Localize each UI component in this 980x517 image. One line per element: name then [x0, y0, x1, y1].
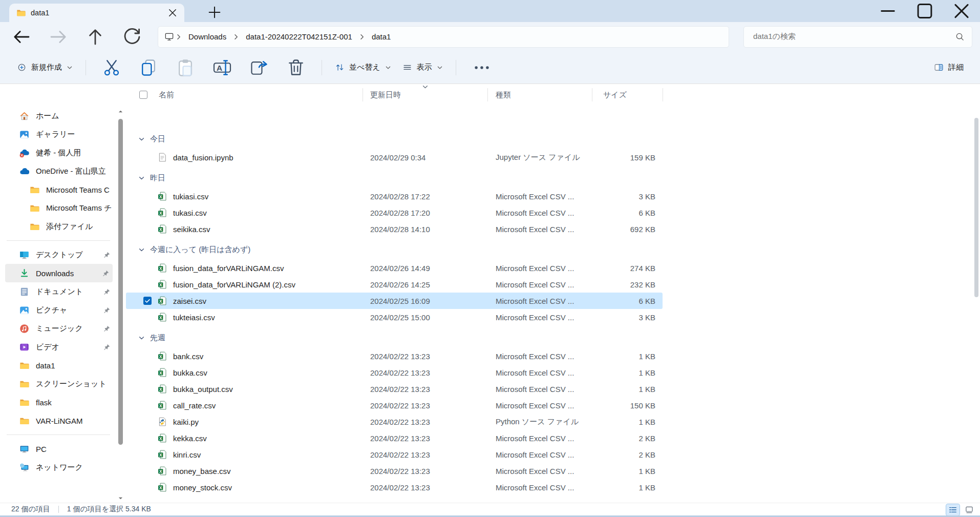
file-row[interactable]: Xtukasi.csv2024/02/28 17:20Microsoft Exc…	[126, 204, 663, 221]
back-button[interactable]	[10, 27, 33, 47]
column-divider[interactable]	[363, 88, 363, 101]
file-row[interactable]: Xseikika.csv2024/02/28 14:10Microsoft Ex…	[126, 221, 663, 237]
delete-button[interactable]	[284, 57, 308, 78]
up-button[interactable]	[84, 27, 106, 47]
file-row[interactable]: Xfusion_data_forVARLiNGAM (2).csv2024/02…	[126, 276, 663, 293]
group-header-yesterday[interactable]: 昨日	[126, 168, 663, 188]
sort-direction-icon[interactable]	[422, 84, 429, 90]
share-button[interactable]	[247, 57, 271, 78]
rename-button[interactable]: A	[210, 57, 234, 78]
group-header-today[interactable]: 今日	[126, 129, 663, 149]
explorer-tab[interactable]: data1	[9, 4, 184, 22]
search-icon[interactable]	[955, 32, 965, 42]
sidebar-item-home[interactable]: ホーム	[0, 107, 117, 125]
file-row[interactable]: Xbukka_output.csv2024/02/22 13:23Microso…	[126, 381, 663, 397]
file-name: seikika.csv	[173, 225, 210, 234]
chevron-down-icon[interactable]	[138, 335, 145, 341]
file-row[interactable]: Xmoney_base.csv2024/02/22 13:23Microsoft…	[126, 463, 663, 479]
file-row[interactable]: data_fusion.ipynb2024/02/29 0:34Jupyter …	[126, 149, 663, 166]
file-row[interactable]: Xbank.csv2024/02/22 13:23Microsoft Excel…	[126, 348, 663, 364]
minimize-button[interactable]	[869, 0, 906, 22]
new-tab-button[interactable]	[207, 5, 222, 20]
sidebar-item-onedrive-personal[interactable]: 健希 - 個人用	[0, 143, 117, 162]
chevron-down-icon[interactable]	[138, 136, 145, 142]
details-pane-button[interactable]: 詳細	[929, 58, 969, 76]
checkbox-checked-icon[interactable]	[143, 297, 152, 305]
file-size: 1 KB	[592, 352, 663, 361]
breadcrumb[interactable]: Downloads data1-20240222T042151Z-001 dat…	[158, 26, 729, 48]
sidebar-item-onedrive-org[interactable]: OneDrive - 富山県立	[0, 162, 117, 180]
group-header-earlier-this-week[interactable]: 今週に入って (昨日は含めず)	[126, 239, 663, 260]
file-type: Microsoft Excel CSV ...	[487, 450, 592, 459]
search-box[interactable]: data1の検索	[743, 26, 972, 48]
chevron-right-icon[interactable]	[175, 33, 182, 40]
sidebar-item-gallery[interactable]: ギャラリー	[0, 125, 117, 143]
column-header-name[interactable]: 名前	[159, 84, 174, 106]
sidebar-item-downloads[interactable]: Downloads	[5, 264, 113, 282]
sidebar-item-screenshots[interactable]: スクリーンショット	[0, 375, 117, 393]
column-header-date[interactable]: 更新日時	[370, 84, 401, 106]
scroll-up-icon[interactable]	[118, 109, 123, 114]
sidebar-item-data1[interactable]: data1	[0, 356, 117, 375]
sidebar-item-desktop[interactable]: デスクトップ	[0, 245, 117, 264]
file-row[interactable]: Xmoney_stock.csv2024/02/22 13:23Microsof…	[126, 479, 663, 495]
sidebar-item-music[interactable]: ミュージック	[0, 319, 117, 338]
sidebar-item-network[interactable]: ネットワーク	[0, 458, 117, 477]
refresh-button[interactable]	[121, 27, 143, 47]
sidebar-item-teams-chat-files[interactable]: Microsoft Teams C	[0, 180, 117, 199]
icons-view-toggle[interactable]	[963, 504, 976, 515]
new-button[interactable]: 新規作成	[11, 58, 78, 76]
close-button[interactable]	[943, 0, 980, 22]
scrollbar-thumb[interactable]	[974, 118, 978, 297]
column-header-size[interactable]: サイズ	[603, 84, 627, 106]
breadcrumb-item-downloads[interactable]: Downloads	[183, 30, 231, 43]
scrollbar-thumb[interactable]	[118, 119, 123, 445]
chevron-right-icon[interactable]	[232, 33, 240, 40]
cut-button[interactable]	[100, 57, 123, 78]
file-list-scrollbar[interactable]	[972, 87, 980, 500]
details-view-toggle[interactable]	[946, 504, 960, 515]
sidebar-item-var-lingam[interactable]: VAR-LiNGAM	[0, 411, 117, 430]
group-header-last-week[interactable]: 先週	[126, 327, 663, 348]
column-divider[interactable]	[663, 88, 663, 101]
chevron-down-icon[interactable]	[138, 175, 145, 181]
column-header-type[interactable]: 種類	[496, 84, 511, 106]
sidebar-item-teams-data[interactable]: Microsoft Teams チ	[0, 199, 117, 217]
sidebar-item-pictures[interactable]: ピクチャ	[0, 301, 117, 319]
more-options-button[interactable]	[470, 57, 494, 78]
sidebar-item-documents[interactable]: ドキュメント	[0, 282, 117, 301]
file-size: 2 KB	[592, 450, 663, 459]
column-divider[interactable]	[487, 88, 488, 101]
scroll-down-icon[interactable]	[118, 495, 123, 501]
view-button[interactable]: 表示	[397, 58, 449, 76]
select-all-checkbox[interactable]	[139, 91, 147, 99]
this-pc-icon[interactable]	[164, 32, 174, 42]
sidebar-item-flask[interactable]: flask	[0, 393, 117, 411]
sort-button[interactable]: 並べ替え	[329, 58, 397, 76]
sidebar-item-pc[interactable]: PC	[0, 440, 117, 458]
copy-button[interactable]	[137, 57, 160, 78]
file-row[interactable]: Xkinri.csv2024/02/22 13:23Microsoft Exce…	[126, 446, 663, 463]
file-date: 2024/02/25 16:09	[363, 297, 487, 305]
maximize-button[interactable]	[906, 0, 943, 22]
file-row[interactable]: Xtukteiasi.csv2024/02/25 15:00Microsoft …	[126, 309, 663, 325]
column-divider[interactable]	[592, 88, 592, 101]
file-row[interactable]: Xtukiasi.csv2024/02/28 17:22Microsoft Ex…	[126, 188, 663, 204]
csv-file-icon: X	[158, 466, 167, 475]
file-row[interactable]: Xzaisei.csv2024/02/25 16:09Microsoft Exc…	[126, 293, 663, 309]
sidebar-scrollbar[interactable]	[117, 108, 124, 502]
file-row[interactable]: Xkekka.csv2024/02/22 13:23Microsoft Exce…	[126, 430, 663, 446]
file-row[interactable]: Xbukka.csv2024/02/22 13:23Microsoft Exce…	[126, 364, 663, 381]
breadcrumb-item-archive[interactable]: data1-20240222T042151Z-001	[241, 30, 357, 43]
sidebar-item-attachments[interactable]: 添付ファイル	[0, 217, 117, 236]
chevron-right-icon[interactable]	[358, 33, 366, 40]
search-input[interactable]: data1の検索	[753, 32, 955, 42]
breadcrumb-item-data1[interactable]: data1	[367, 30, 396, 43]
sidebar-item-videos[interactable]: ビデオ	[0, 338, 117, 356]
chevron-down-icon[interactable]	[138, 246, 145, 253]
file-row[interactable]: kaiki.py2024/02/22 13:23Python ソース ファイル1…	[126, 413, 663, 430]
file-row[interactable]: Xcall_rate.csv2024/02/22 13:23Microsoft …	[126, 397, 663, 413]
svg-text:X: X	[159, 403, 162, 408]
tab-close-icon[interactable]	[167, 7, 178, 18]
file-row[interactable]: Xfusion_data_forVARLiNGAM.csv2024/02/26 …	[126, 260, 663, 276]
